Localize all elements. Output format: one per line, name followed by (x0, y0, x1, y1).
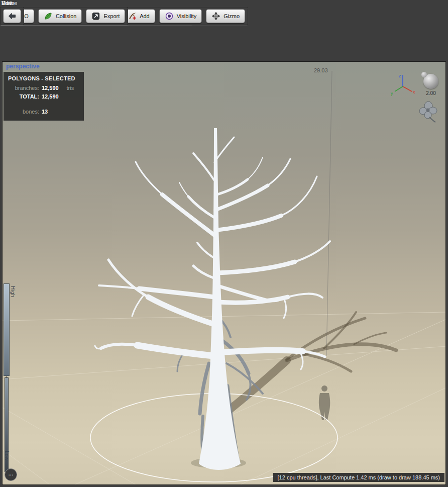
back-button[interactable] (3, 9, 21, 23)
group-label-back (2, 0, 24, 6)
scene-canvas (3, 62, 446, 485)
overflow-button[interactable]: ... (5, 468, 17, 481)
add-button-label: Add (140, 13, 150, 19)
branch-plus-icon (128, 12, 137, 20)
collision-button-label: Collision (56, 13, 77, 19)
axis-x-label: x (413, 89, 415, 94)
sphere-gizmo[interactable] (423, 74, 438, 89)
axis-y-label: y (391, 91, 393, 96)
stats-title: POLYGONS - SELECTED (8, 75, 79, 81)
export-button[interactable]: Export (86, 9, 125, 23)
collision-button[interactable]: Collision (38, 9, 82, 23)
polygon-stats-panel: POLYGONS - SELECTED branches: 12,590 tri… (4, 72, 84, 121)
camera-mode-label[interactable]: perspective (6, 63, 40, 70)
app-window: View Render Show Zoom Scen (0, 0, 448, 487)
height-measurement-label: 29.03 (314, 67, 328, 73)
visibility-button-label: Visibility (177, 13, 197, 19)
move-arrows-icon (211, 12, 220, 20)
stats-row-branches: branches: 12,590 tris (8, 84, 79, 92)
gizmo-button[interactable]: Gizmo (206, 9, 245, 23)
toolbar-group-back (0, 0, 24, 25)
export-icon (91, 12, 100, 20)
stats-row-total: TOTAL: 12,590 (8, 92, 79, 101)
axis-z-label: z (399, 73, 401, 78)
detail-slider-high-handle[interactable] (4, 283, 10, 376)
back-arrow-icon (8, 12, 17, 21)
slider-high-label: High (10, 286, 16, 298)
slider-low-label: Low (4, 451, 10, 461)
purple-eye-icon (165, 12, 174, 20)
visibility-button[interactable]: Visibility (159, 9, 202, 23)
viewport-3d[interactable]: perspective POLYGONS - SELECTED branches… (2, 61, 446, 485)
export-button-label: Export (103, 13, 120, 19)
sphere-gizmo-knob[interactable] (421, 72, 427, 77)
gizmo-button-label: Gizmo (223, 13, 240, 19)
status-bar: [12 cpu threads], Last Compute 1.42 ms (… (273, 473, 444, 482)
measure-line (326, 71, 332, 356)
sphere-scale-value: 2.00 (423, 90, 438, 96)
tree-model[interactable] (95, 128, 330, 470)
blossom-gizmo[interactable] (417, 100, 439, 124)
stats-row-bones: bones: 13 (8, 108, 79, 116)
status-bar-text: [12 cpu threads], Last Compute 1.42 ms (… (278, 474, 440, 480)
leaf-icon (44, 12, 53, 20)
axis-gizmo[interactable]: z x y (389, 71, 416, 98)
